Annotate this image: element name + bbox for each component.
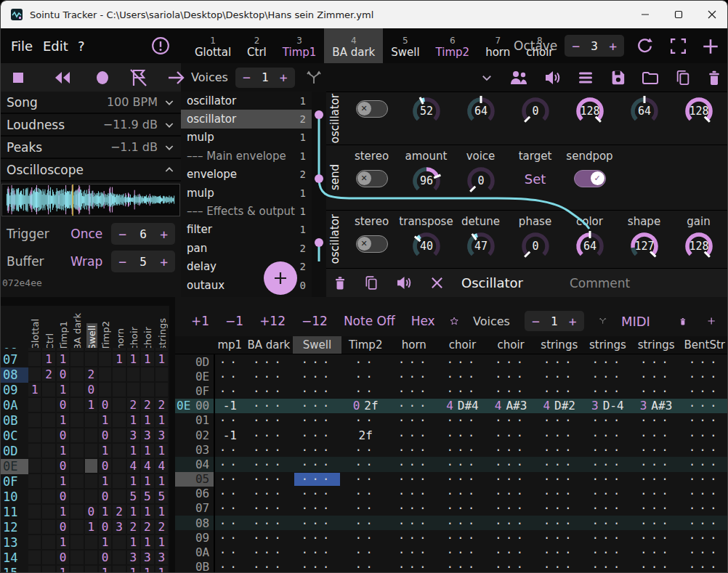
pattern-row-label[interactable]: 10 — [1, 489, 28, 505]
trigger-increment[interactable]: + — [153, 227, 175, 242]
note-cell[interactable]: ··· — [293, 545, 341, 559]
note-row-label[interactable]: 0E00 — [175, 399, 215, 413]
pattern-cell[interactable] — [42, 383, 56, 398]
note-cell[interactable]: ·· — [341, 383, 390, 398]
pattern-cell[interactable]: 1 — [155, 535, 169, 550]
note-cell[interactable]: 02f — [341, 399, 390, 413]
tab-instrument-timp2[interactable]: 6Timp2 — [428, 28, 478, 63]
note-cell[interactable]: ·· — [215, 369, 244, 383]
add-unit-button[interactable] — [264, 261, 297, 295]
save-icon[interactable] — [610, 70, 626, 86]
pattern-cell[interactable] — [70, 535, 84, 550]
panel-row-song[interactable]: Song100 BPM — [1, 92, 181, 114]
pattern-cell[interactable]: 3 — [155, 550, 169, 566]
note-cell[interactable]: ··· — [583, 487, 632, 501]
voices-decrement[interactable]: − — [235, 70, 258, 85]
param-knob[interactable]: 128 — [681, 229, 717, 263]
pattern-cell[interactable] — [113, 550, 126, 566]
track-header-ba-dark[interactable]: BA dark — [245, 336, 294, 354]
note-cell[interactable]: ··· — [583, 530, 632, 545]
note-cell[interactable]: ··· — [680, 442, 728, 457]
note-cell[interactable]: ··· — [487, 354, 535, 369]
note-toolbar-button-1[interactable]: +1 — [191, 314, 209, 328]
pattern-cell[interactable]: 1 — [113, 352, 126, 367]
note-cell[interactable]: ·· — [341, 457, 390, 471]
note-cell[interactable]: -1 — [215, 399, 244, 413]
pattern-cell[interactable] — [28, 535, 42, 550]
note-cell[interactable]: ··· — [389, 399, 438, 413]
param-knob[interactable]: 0 — [463, 163, 499, 198]
pattern-cell[interactable]: 1 — [99, 474, 113, 489]
note-cell[interactable]: ··· — [583, 369, 632, 383]
note-cell[interactable]: ··· — [632, 428, 681, 442]
pattern-cell[interactable]: 1 — [155, 505, 169, 520]
note-cell[interactable]: ··· — [632, 560, 681, 573]
pattern-cell[interactable] — [127, 383, 141, 398]
note-cell[interactable]: ··· — [535, 516, 583, 530]
pattern-cell[interactable]: 0 — [57, 428, 70, 444]
minimize-button[interactable] — [628, 1, 662, 28]
pattern-cell[interactable]: 1 — [99, 505, 113, 520]
track-header-bentstr[interactable]: BentStr — [680, 336, 728, 354]
pattern-cell[interactable] — [155, 367, 169, 383]
pattern-cell[interactable] — [70, 505, 84, 520]
note-cell[interactable]: ··· — [632, 487, 681, 501]
pattern-cell[interactable] — [85, 352, 99, 367]
pattern-cell[interactable] — [28, 489, 42, 505]
note-cell[interactable]: ··· — [438, 413, 487, 428]
note-cell[interactable]: ··· — [245, 530, 294, 545]
pattern-cell[interactable] — [85, 413, 99, 428]
note-cell[interactable]: ··· — [680, 369, 728, 383]
pattern-row-label[interactable]: 07 — [1, 352, 28, 367]
pattern-row-label[interactable]: 0E — [1, 459, 28, 474]
pattern-row-label[interactable]: 0A — [1, 398, 28, 413]
close-button[interactable] — [695, 1, 728, 28]
menu-file[interactable]: File — [7, 28, 37, 63]
note-row-label[interactable]: 0F — [175, 383, 215, 398]
pattern-row-label[interactable]: 11 — [1, 505, 28, 520]
pattern-cell[interactable] — [85, 566, 99, 573]
pattern-cell[interactable]: 1 — [141, 566, 155, 573]
note-row-label[interactable]: 0A — [175, 545, 215, 559]
pattern-column-header-ctrl[interactable]: Ctrl — [42, 306, 56, 352]
note-cell[interactable]: ··· — [535, 545, 583, 559]
pattern-cell[interactable]: 0 — [57, 459, 70, 474]
octave-increment[interactable]: + — [602, 38, 624, 54]
pattern-cell[interactable] — [113, 489, 126, 505]
note-cell[interactable]: ··· — [245, 399, 294, 413]
pattern-cell[interactable] — [28, 550, 42, 566]
track-header-strings[interactable]: strings — [632, 336, 681, 354]
tab-instrument-ctrl[interactable]: 2Ctrl — [239, 28, 275, 63]
note-cell[interactable]: ··· — [632, 369, 681, 383]
pattern-cell[interactable] — [42, 398, 56, 413]
note-cell[interactable]: ··· — [487, 442, 535, 457]
pattern-column-header-choir[interactable]: choir — [141, 306, 155, 352]
note-cell[interactable]: ··· — [389, 472, 438, 487]
pattern-cell[interactable]: 1 — [127, 352, 141, 367]
note-cell[interactable]: ··· — [535, 413, 583, 428]
note-cell[interactable]: ··· — [293, 560, 341, 573]
note-cell[interactable]: ··· — [632, 530, 681, 545]
pattern-cell[interactable]: 1 — [99, 535, 113, 550]
unit-list-item-mulp[interactable]: mulp1 — [181, 129, 312, 147]
copy-unit-icon[interactable] — [364, 275, 379, 291]
tab-instrument-ba-dark[interactable]: 4BA dark — [324, 28, 383, 63]
unit-list-item-mulp[interactable]: mulp1 — [181, 184, 312, 202]
note-cell[interactable]: ··· — [293, 472, 341, 487]
pattern-cell[interactable]: 1 — [155, 352, 169, 367]
param-knob[interactable]: 128 — [681, 94, 717, 128]
tab-instrument-timp1[interactable]: 3Timp1 — [275, 28, 325, 63]
pattern-cell[interactable] — [70, 367, 84, 383]
track-header-swell[interactable]: Swell — [293, 336, 341, 354]
track-header-mp1[interactable]: mp1 — [215, 336, 244, 354]
note-cell[interactable]: ··· — [487, 457, 535, 471]
note-cell[interactable]: ··· — [245, 413, 294, 428]
note-row-label[interactable]: 0B — [175, 560, 215, 573]
pattern-cell[interactable]: 3 — [127, 550, 141, 566]
pattern-cell[interactable] — [42, 428, 56, 444]
disable-unit-icon[interactable] — [430, 276, 444, 290]
note-cell[interactable]: ··· — [632, 472, 681, 487]
pattern-cell[interactable] — [70, 352, 84, 367]
pattern-row-label[interactable]: 0B — [1, 413, 28, 428]
note-cell[interactable]: ··· — [632, 501, 681, 516]
